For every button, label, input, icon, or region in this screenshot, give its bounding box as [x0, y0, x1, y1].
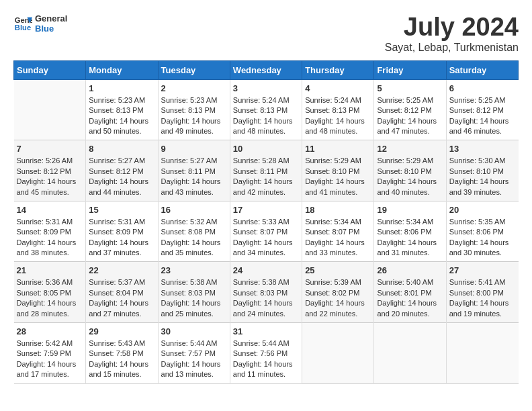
weekday-header: Saturday: [446, 60, 518, 79]
day-info: Sunrise: 5:27 AM Sunset: 8:11 PM Dayligh…: [161, 156, 227, 197]
day-number: 16: [161, 205, 227, 215]
calendar-cell: [14, 79, 86, 140]
subtitle: Sayat, Lebap, Turkmenistan: [385, 42, 519, 54]
calendar-cell: 24Sunrise: 5:38 AM Sunset: 8:03 PM Dayli…: [230, 262, 302, 323]
calendar-cell: 21Sunrise: 5:36 AM Sunset: 8:05 PM Dayli…: [14, 262, 86, 323]
day-number: 11: [305, 144, 371, 154]
calendar-cell: 26Sunrise: 5:40 AM Sunset: 8:01 PM Dayli…: [374, 262, 446, 323]
day-number: 25: [305, 265, 371, 275]
day-number: 29: [89, 326, 154, 336]
day-number: 15: [89, 205, 154, 215]
day-info: Sunrise: 5:26 AM Sunset: 8:12 PM Dayligh…: [17, 156, 83, 197]
day-info: Sunrise: 5:32 AM Sunset: 8:08 PM Dayligh…: [161, 217, 227, 259]
day-info: Sunrise: 5:31 AM Sunset: 8:09 PM Dayligh…: [17, 217, 83, 259]
day-number: 23: [161, 265, 227, 275]
title-block: July 2024 Sayat, Lebap, Turkmenistan: [385, 13, 519, 54]
day-info: Sunrise: 5:42 AM Sunset: 7:59 PM Dayligh…: [17, 338, 83, 380]
day-number: 3: [233, 83, 299, 93]
weekday-header: Monday: [86, 60, 158, 79]
calendar-week-row: 21Sunrise: 5:36 AM Sunset: 8:05 PM Dayli…: [14, 262, 519, 323]
day-info: Sunrise: 5:25 AM Sunset: 8:12 PM Dayligh…: [449, 95, 516, 137]
day-info: Sunrise: 5:38 AM Sunset: 8:03 PM Dayligh…: [233, 277, 299, 319]
day-number: 18: [305, 205, 371, 215]
day-number: 20: [449, 205, 516, 215]
day-info: Sunrise: 5:37 AM Sunset: 8:04 PM Dayligh…: [89, 277, 154, 319]
day-number: 26: [377, 265, 443, 275]
day-info: Sunrise: 5:43 AM Sunset: 7:58 PM Dayligh…: [89, 338, 154, 380]
day-number: 5: [377, 83, 443, 93]
day-info: Sunrise: 5:33 AM Sunset: 8:07 PM Dayligh…: [233, 217, 299, 259]
day-info: Sunrise: 5:25 AM Sunset: 8:12 PM Dayligh…: [377, 95, 443, 137]
day-info: Sunrise: 5:35 AM Sunset: 8:06 PM Dayligh…: [449, 217, 516, 259]
calendar-cell: 2Sunrise: 5:23 AM Sunset: 8:13 PM Daylig…: [158, 79, 230, 140]
day-info: Sunrise: 5:44 AM Sunset: 7:56 PM Dayligh…: [233, 338, 299, 380]
calendar-cell: 13Sunrise: 5:30 AM Sunset: 8:10 PM Dayli…: [446, 140, 518, 201]
logo-line1: General: [35, 13, 67, 24]
calendar-cell: 20Sunrise: 5:35 AM Sunset: 8:06 PM Dayli…: [446, 201, 518, 262]
day-info: Sunrise: 5:34 AM Sunset: 8:07 PM Dayligh…: [305, 217, 371, 259]
day-info: Sunrise: 5:40 AM Sunset: 8:01 PM Dayligh…: [377, 277, 443, 319]
svg-text:Blue: Blue: [15, 24, 31, 32]
day-number: 8: [89, 144, 154, 154]
calendar-cell: 7Sunrise: 5:26 AM Sunset: 8:12 PM Daylig…: [14, 140, 86, 201]
logo-icon: General Blue: [13, 14, 32, 33]
main-title: July 2024: [385, 13, 519, 42]
day-info: Sunrise: 5:23 AM Sunset: 8:13 PM Dayligh…: [161, 95, 227, 137]
day-info: Sunrise: 5:29 AM Sunset: 8:10 PM Dayligh…: [377, 156, 443, 197]
calendar-cell: [302, 323, 374, 384]
day-info: Sunrise: 5:24 AM Sunset: 8:13 PM Dayligh…: [233, 95, 299, 137]
weekday-header: Wednesday: [230, 60, 302, 79]
calendar-cell: 23Sunrise: 5:38 AM Sunset: 8:03 PM Dayli…: [158, 262, 230, 323]
day-number: 12: [377, 144, 443, 154]
calendar-cell: 30Sunrise: 5:44 AM Sunset: 7:57 PM Dayli…: [158, 323, 230, 384]
calendar-cell: 16Sunrise: 5:32 AM Sunset: 8:08 PM Dayli…: [158, 201, 230, 262]
calendar-week-row: 1Sunrise: 5:23 AM Sunset: 8:13 PM Daylig…: [14, 79, 519, 140]
day-number: 14: [17, 205, 83, 215]
calendar-cell: 22Sunrise: 5:37 AM Sunset: 8:04 PM Dayli…: [86, 262, 158, 323]
day-number: 21: [17, 265, 83, 275]
calendar-table: SundayMondayTuesdayWednesdayThursdayFrid…: [13, 60, 519, 384]
day-info: Sunrise: 5:38 AM Sunset: 8:03 PM Dayligh…: [161, 277, 227, 319]
logo-line2: Blue: [35, 24, 67, 34]
calendar-cell: 3Sunrise: 5:24 AM Sunset: 8:13 PM Daylig…: [230, 79, 302, 140]
calendar-cell: 11Sunrise: 5:29 AM Sunset: 8:10 PM Dayli…: [302, 140, 374, 201]
day-number: 10: [233, 144, 299, 154]
calendar-cell: 12Sunrise: 5:29 AM Sunset: 8:10 PM Dayli…: [374, 140, 446, 201]
day-info: Sunrise: 5:23 AM Sunset: 8:13 PM Dayligh…: [89, 95, 154, 137]
day-number: 6: [449, 83, 516, 93]
day-number: 9: [161, 144, 227, 154]
calendar-cell: 18Sunrise: 5:34 AM Sunset: 8:07 PM Dayli…: [302, 201, 374, 262]
calendar-cell: 25Sunrise: 5:39 AM Sunset: 8:02 PM Dayli…: [302, 262, 374, 323]
calendar-week-row: 7Sunrise: 5:26 AM Sunset: 8:12 PM Daylig…: [14, 140, 519, 201]
day-info: Sunrise: 5:39 AM Sunset: 8:02 PM Dayligh…: [305, 277, 371, 319]
calendar-cell: 19Sunrise: 5:34 AM Sunset: 8:06 PM Dayli…: [374, 201, 446, 262]
day-info: Sunrise: 5:29 AM Sunset: 8:10 PM Dayligh…: [305, 156, 371, 197]
page-header: General Blue General Blue July 2024 Saya…: [13, 13, 519, 54]
calendar-cell: 10Sunrise: 5:28 AM Sunset: 8:11 PM Dayli…: [230, 140, 302, 201]
day-number: 13: [449, 144, 516, 154]
day-number: 7: [17, 144, 83, 154]
day-info: Sunrise: 5:24 AM Sunset: 8:13 PM Dayligh…: [305, 95, 371, 137]
calendar-cell: [446, 323, 518, 384]
calendar-cell: 14Sunrise: 5:31 AM Sunset: 8:09 PM Dayli…: [14, 201, 86, 262]
weekday-header: Friday: [374, 60, 446, 79]
weekday-header-row: SundayMondayTuesdayWednesdayThursdayFrid…: [14, 60, 519, 79]
day-info: Sunrise: 5:41 AM Sunset: 8:00 PM Dayligh…: [449, 277, 516, 319]
calendar-cell: 5Sunrise: 5:25 AM Sunset: 8:12 PM Daylig…: [374, 79, 446, 140]
day-info: Sunrise: 5:34 AM Sunset: 8:06 PM Dayligh…: [377, 217, 443, 259]
day-number: 2: [161, 83, 227, 93]
calendar-cell: 9Sunrise: 5:27 AM Sunset: 8:11 PM Daylig…: [158, 140, 230, 201]
calendar-cell: 31Sunrise: 5:44 AM Sunset: 7:56 PM Dayli…: [230, 323, 302, 384]
weekday-header: Tuesday: [158, 60, 230, 79]
calendar-cell: 28Sunrise: 5:42 AM Sunset: 7:59 PM Dayli…: [14, 323, 86, 384]
calendar-cell: 27Sunrise: 5:41 AM Sunset: 8:00 PM Dayli…: [446, 262, 518, 323]
day-number: 30: [161, 326, 227, 336]
calendar-cell: 6Sunrise: 5:25 AM Sunset: 8:12 PM Daylig…: [446, 79, 518, 140]
day-number: 31: [233, 326, 299, 336]
day-number: 24: [233, 265, 299, 275]
day-number: 22: [89, 265, 154, 275]
calendar-cell: 1Sunrise: 5:23 AM Sunset: 8:13 PM Daylig…: [86, 79, 158, 140]
day-info: Sunrise: 5:28 AM Sunset: 8:11 PM Dayligh…: [233, 156, 299, 197]
calendar-cell: 15Sunrise: 5:31 AM Sunset: 8:09 PM Dayli…: [86, 201, 158, 262]
day-info: Sunrise: 5:44 AM Sunset: 7:57 PM Dayligh…: [161, 338, 227, 380]
